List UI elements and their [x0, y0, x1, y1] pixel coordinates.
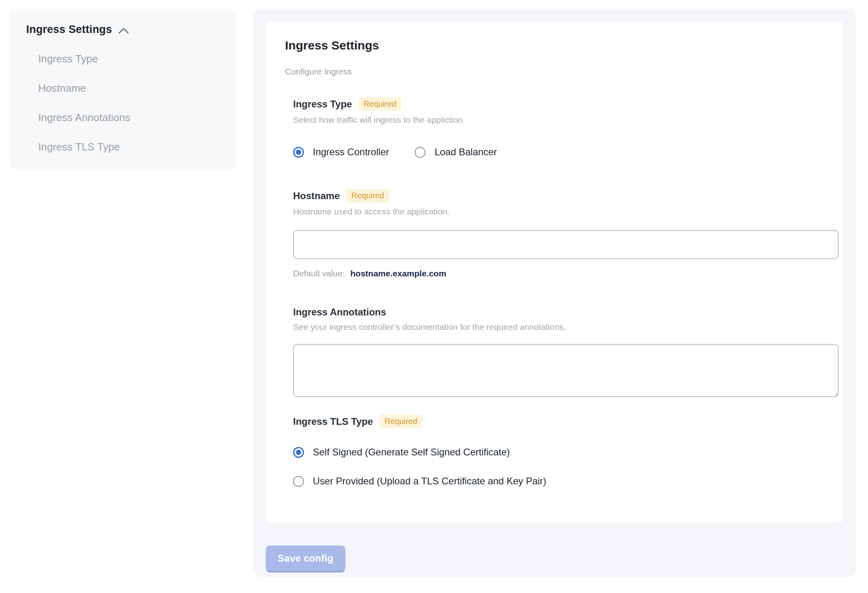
sidebar-item-ingress-tls-type[interactable]: Ingress TLS Type — [38, 141, 219, 153]
radio-label: Self Signed (Generate Self Signed Certif… — [313, 447, 510, 458]
section-ingress-annotations: Ingress Annotations See your ingress con… — [293, 307, 824, 397]
required-badge: Required — [358, 97, 401, 111]
sidebar-item-hostname[interactable]: Hostname — [38, 82, 219, 95]
hostname-input[interactable] — [293, 230, 839, 259]
hostname-description: Hostname used to access the application. — [293, 207, 824, 216]
chevron-up-icon — [118, 27, 129, 34]
radio-ingress-controller[interactable]: Ingress Controller — [293, 146, 389, 158]
save-config-button[interactable]: Save config — [266, 546, 345, 571]
required-badge: Required — [346, 189, 389, 202]
ingress-type-description: Select how traffic will ingress to the a… — [293, 115, 824, 125]
radio-selected-icon[interactable] — [293, 447, 304, 458]
sidebar-item-ingress-annotations[interactable]: Ingress Annotations — [38, 111, 219, 124]
default-value-text: hostname.example.com — [350, 269, 446, 278]
radio-unselected-icon[interactable] — [415, 147, 426, 158]
ingress-annotations-label: Ingress Annotations — [293, 307, 386, 318]
ingress-annotations-description: See your ingress controller’s documentat… — [293, 322, 824, 332]
sidebar-item-list: Ingress Type Hostname Ingress Annotation… — [26, 53, 219, 153]
hostname-label: Hostname — [293, 190, 340, 202]
sidebar-group-label: Ingress Settings — [26, 23, 112, 36]
hostname-default-line: Default value: hostname.example.com — [293, 269, 824, 278]
ingress-settings-card: Ingress Settings Configure Ingress Ingre… — [266, 21, 843, 523]
ingress-tls-radio-group: Self Signed (Generate Self Signed Certif… — [293, 447, 824, 487]
ingress-annotations-textarea[interactable] — [293, 344, 839, 397]
form-sections: Ingress Type Required Select how traffic… — [285, 97, 824, 487]
section-ingress-type: Ingress Type Required Select how traffic… — [293, 97, 824, 158]
radio-load-balancer[interactable]: Load Balancer — [415, 146, 497, 158]
settings-sidebar: Ingress Settings Ingress Type Hostname I… — [10, 9, 236, 170]
section-ingress-tls-type: Ingress TLS Type Required Self Signed (G… — [293, 415, 824, 487]
page-title: Ingress Settings — [285, 39, 824, 52]
ingress-settings-panel: Ingress Settings Configure Ingress Ingre… — [254, 9, 856, 577]
page-subtitle: Configure Ingress — [285, 67, 824, 76]
sidebar-group-ingress-settings[interactable]: Ingress Settings — [26, 23, 219, 36]
ingress-tls-type-label: Ingress TLS Type — [293, 416, 373, 427]
radio-unselected-icon[interactable] — [293, 476, 304, 487]
radio-label: Load Balancer — [434, 146, 497, 158]
section-hostname: Hostname Required Hostname used to acces… — [293, 189, 824, 278]
radio-selected-icon[interactable] — [293, 147, 304, 158]
sidebar-item-ingress-type[interactable]: Ingress Type — [38, 53, 219, 65]
required-badge: Required — [379, 415, 422, 428]
ingress-type-label: Ingress Type — [293, 99, 352, 110]
radio-self-signed[interactable]: Self Signed (Generate Self Signed Certif… — [293, 447, 824, 458]
radio-label: User Provided (Upload a TLS Certificate … — [313, 476, 546, 487]
default-value-label: Default value: — [293, 269, 345, 278]
radio-user-provided[interactable]: User Provided (Upload a TLS Certificate … — [293, 476, 824, 487]
radio-label: Ingress Controller — [313, 146, 389, 158]
ingress-type-radio-group: Ingress Controller Load Balancer — [293, 146, 824, 158]
